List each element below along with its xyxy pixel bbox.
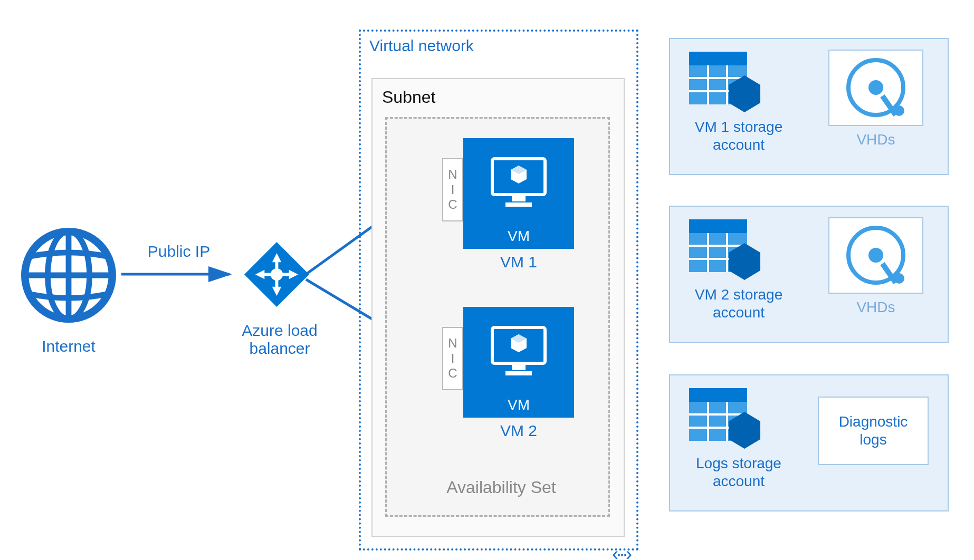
- diagram-canvas: Internet Public IP Azure load balancer V…: [0, 0, 974, 560]
- storage-panel-vm1: VM 1 storage account VHDs: [669, 38, 949, 175]
- vm-box-1: VM: [463, 138, 574, 249]
- vm-box-label-1: VM: [463, 228, 574, 245]
- availability-set-label: Availability Set: [422, 478, 580, 497]
- nic-label-1: N: [448, 167, 457, 182]
- vhd-box-2: [828, 217, 923, 294]
- vhd-disk-icon: [829, 218, 922, 293]
- storage-panel-logs: Logs storage account Diagnostic logs: [669, 374, 949, 511]
- nic-vm1: N I C: [442, 158, 463, 221]
- subnet-label: Subnet: [382, 88, 435, 107]
- diagnostic-logs-box: Diagnostic logs: [818, 397, 929, 465]
- internet-label: Internet: [16, 337, 121, 355]
- nic-vm2: N I C: [442, 327, 463, 390]
- svg-rect-10: [512, 196, 526, 201]
- storage-panel-vm2: VM 2 storage account VHDs: [669, 206, 949, 343]
- svg-rect-26: [689, 219, 747, 233]
- vhd-label-2: VHDs: [828, 299, 923, 316]
- storage-label-vm2: VM 2 storage account: [675, 286, 802, 321]
- arrow-internet-to-lb: [121, 264, 237, 285]
- storage-label-logs: Logs storage account: [675, 455, 802, 490]
- load-balancer-icon: [238, 236, 315, 313]
- storage-account-icon: [689, 219, 766, 287]
- svg-point-23: [868, 80, 883, 95]
- svg-rect-11: [505, 202, 532, 207]
- svg-point-34: [868, 248, 883, 263]
- virtual-network-label: Virtual network: [369, 37, 474, 55]
- vhd-disk-icon: [829, 51, 922, 125]
- svg-rect-15: [689, 52, 747, 65]
- svg-rect-14: [505, 371, 532, 375]
- svg-rect-13: [512, 365, 526, 370]
- vm-box-2: VM: [463, 307, 574, 418]
- diagnostic-logs-label: Diagnostic logs: [839, 413, 908, 448]
- svg-point-25: [894, 105, 904, 116]
- vm-monitor-icon: [490, 325, 548, 378]
- vhd-box-1: [828, 50, 923, 126]
- storage-account-icon: [689, 52, 766, 120]
- storage-account-icon: [689, 388, 766, 456]
- vhd-label-1: VHDs: [828, 131, 923, 148]
- nic-label-2: N: [448, 336, 457, 351]
- svg-point-6: [271, 268, 283, 281]
- vm-monitor-icon: [490, 156, 548, 209]
- vm1-label: VM 1: [463, 253, 574, 271]
- expand-handle-icon[interactable]: ‹···›: [612, 543, 630, 560]
- vm2-label: VM 2: [463, 422, 574, 440]
- vm-box-label-2: VM: [463, 397, 574, 413]
- public-ip-label: Public IP: [134, 243, 224, 260]
- svg-rect-37: [689, 388, 747, 402]
- svg-point-36: [894, 273, 904, 284]
- internet-icon: [21, 228, 116, 323]
- storage-label-vm1: VM 1 storage account: [675, 118, 802, 153]
